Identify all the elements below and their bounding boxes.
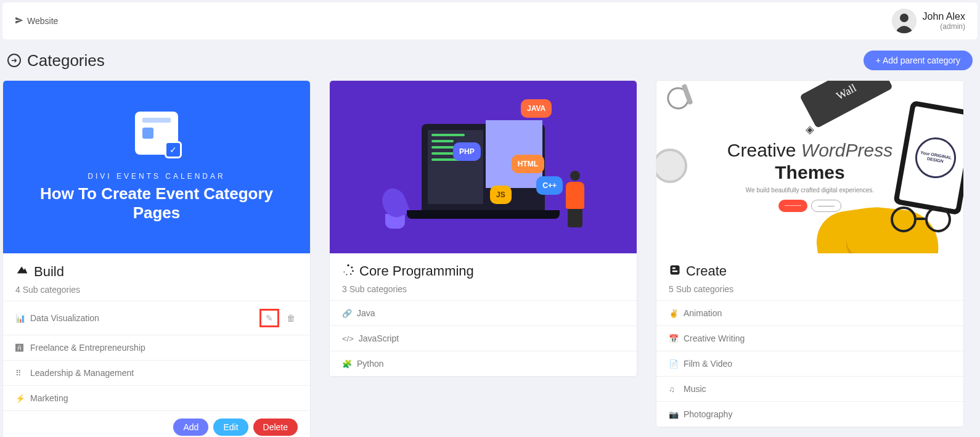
watch-decoration: [656, 149, 687, 183]
subcategory-count: 3 Sub categories: [342, 284, 624, 294]
delete-subcategory-button[interactable]: 🗑: [284, 311, 298, 325]
subcategory-label: Freelance & Entrepreneurship: [30, 343, 298, 353]
user-name: John Alex: [923, 11, 965, 22]
js-tag: JS: [490, 186, 512, 204]
puzzle-icon: 🧩: [342, 359, 352, 369]
subcategory-item[interactable]: </> JavaScript: [330, 326, 637, 351]
category-card-build: ✓ DIVI EVENTS CALENDAR How To Create Eve…: [2, 80, 311, 437]
theme-cta-secondary: ———: [811, 200, 841, 212]
grid-icon: ⠿: [15, 369, 25, 378]
subcategory-label: Film & Video: [684, 359, 951, 369]
subcategory-item[interactable]: ♫ Music: [656, 377, 963, 402]
subcategory-item[interactable]: 🅰 Freelance & Entrepreneurship: [3, 335, 310, 361]
tablet-badge: Your ORIGINAL DESIGN: [912, 134, 959, 181]
subcategory-label: Python: [357, 359, 624, 369]
categories-grid: ✓ DIVI EVENTS CALENDAR How To Create Eve…: [0, 74, 980, 437]
subcategory-label: JavaScript: [359, 333, 624, 343]
subcategory-count: 4 Sub categories: [15, 285, 298, 295]
svg-point-2: [347, 264, 349, 266]
user-role: (admin): [923, 22, 965, 31]
category-card-core-programming: JAVA PHP HTML JS C++ Core Programming 3 …: [329, 80, 637, 377]
svg-point-3: [351, 266, 353, 268]
category-title: Build: [34, 264, 64, 280]
subcategory-list: 🔗 Java </> JavaScript 🧩 Python: [330, 300, 637, 377]
subcategory-label: Marketing: [30, 393, 298, 403]
subcategory-label: Java: [357, 308, 624, 318]
subcategory-item[interactable]: 🧩 Python: [330, 351, 637, 377]
category-title: Core Programming: [359, 263, 474, 279]
svg-point-5: [350, 273, 351, 274]
php-tag: PHP: [453, 142, 481, 161]
file-icon: 📄: [669, 359, 679, 369]
glasses-decoration: [891, 206, 951, 235]
chart-icon: 📊: [15, 314, 25, 323]
subcategory-item[interactable]: ⚡ Marketing: [3, 386, 310, 411]
paper-plane-icon: [15, 16, 23, 27]
edit-button[interactable]: Edit: [213, 419, 248, 436]
page-header: ➜ Categories + Add parent category: [0, 42, 980, 74]
spinner-icon: [342, 264, 354, 279]
camera-icon: 📷: [669, 410, 679, 419]
edit-subcategory-button[interactable]: ✎: [259, 309, 279, 327]
subcategory-item[interactable]: 📷 Photography: [656, 402, 963, 427]
music-icon: ♫: [669, 385, 679, 394]
wallet-decoration: Wall: [799, 81, 893, 128]
theme-cta-primary: ———: [778, 200, 807, 212]
topbar: Website John Alex (admin): [2, 2, 978, 39]
subcategory-item[interactable]: ✌ Animation: [656, 301, 963, 326]
diamond-icon: ◈: [727, 123, 892, 136]
category-thumbnail[interactable]: JAVA PHP HTML JS C++: [330, 81, 637, 253]
subcategory-item[interactable]: 📅 Creative Writing: [656, 326, 963, 351]
page-title: Categories: [27, 51, 105, 70]
trash-icon: 🗑: [287, 313, 295, 323]
website-link-label: Website: [27, 16, 58, 26]
cpp-tag: C++: [536, 176, 563, 195]
theme-tagline: We build beautifully crafted digital exp…: [727, 187, 892, 194]
subcategory-count: 5 Sub categories: [669, 284, 951, 294]
subcategory-list: ✌ Animation 📅 Creative Writing 📄 Film & …: [656, 300, 963, 427]
build-icon: [15, 263, 29, 280]
arrow-right-circle-icon: ➜: [7, 54, 21, 67]
svg-rect-9: [672, 267, 676, 269]
html-tag: HTML: [512, 155, 544, 173]
svg-rect-10: [672, 270, 677, 272]
tablet-decoration: Your ORIGINAL DESIGN: [893, 100, 963, 216]
category-thumbnail[interactable]: ✓ DIVI EVENTS CALENDAR How To Create Eve…: [3, 81, 310, 253]
add-parent-category-button[interactable]: + Add parent category: [864, 51, 973, 70]
add-button[interactable]: Add: [173, 419, 208, 436]
website-link[interactable]: Website: [15, 16, 58, 27]
pencil-icon: ✎: [266, 313, 273, 323]
calendar-icon: 📅: [669, 334, 679, 343]
blog-icon: [669, 264, 681, 279]
svg-point-4: [352, 270, 354, 272]
svg-point-6: [346, 274, 348, 275]
subcategory-item[interactable]: 📊 Data Visualization ✎ 🗑: [3, 301, 310, 335]
subcategory-list: 📊 Data Visualization ✎ 🗑 🅰 Freelance & E…: [3, 301, 310, 411]
subcategory-item[interactable]: 📄 Film & Video: [656, 351, 963, 377]
subcategory-label: Data Visualization: [30, 313, 255, 323]
category-card-create: Wall Your ORIGINAL DESIGN ◈ Creative Wor…: [656, 80, 964, 428]
category-thumbnail[interactable]: Wall Your ORIGINAL DESIGN ◈ Creative Wor…: [656, 81, 963, 253]
thumbnail-headline: How To Create Event Category Pages: [3, 184, 310, 223]
user-menu[interactable]: John Alex (admin): [892, 9, 965, 33]
person-illustration: [563, 171, 587, 226]
keys-decoration: [664, 84, 694, 115]
subcategory-label: Creative Writing: [684, 333, 951, 343]
subcategory-label: Leadership & Management: [30, 368, 298, 378]
svg-point-1: [900, 14, 909, 22]
avatar: [892, 9, 917, 33]
delete-button[interactable]: Delete: [253, 419, 298, 436]
subcategory-label: Photography: [684, 409, 951, 419]
subcategory-item[interactable]: 🔗 Java: [330, 301, 637, 326]
thumbnail-supertitle: DIVI EVENTS CALENDAR: [88, 172, 225, 181]
subcategory-item[interactable]: ⠿ Leadership & Management: [3, 361, 310, 386]
ad-icon: 🅰: [15, 343, 25, 353]
plant-decoration: [385, 188, 406, 229]
category-actions: Add Edit Delete: [3, 411, 310, 437]
subcategory-label: Animation: [684, 308, 951, 318]
svg-rect-8: [671, 265, 680, 274]
link-icon: 🔗: [342, 309, 352, 318]
java-tag: JAVA: [521, 99, 552, 118]
peace-icon: ✌: [669, 309, 679, 318]
theme-line2: Themes: [727, 162, 892, 183]
